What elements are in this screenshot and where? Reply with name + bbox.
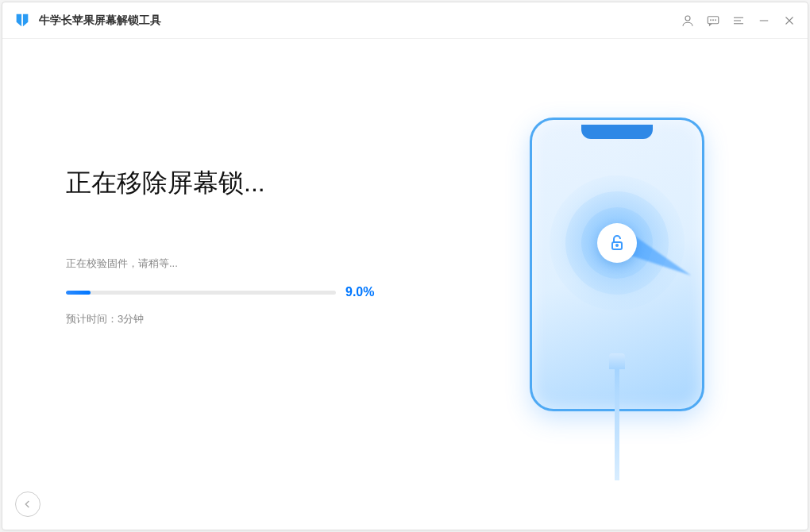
titlebar-controls xyxy=(681,13,796,28)
svg-point-2 xyxy=(711,19,712,20)
menu-icon[interactable] xyxy=(731,13,746,28)
back-button[interactable] xyxy=(15,492,40,517)
phone-illustration xyxy=(498,102,720,483)
illustration-pane xyxy=(458,71,760,514)
phone-cable xyxy=(609,353,625,480)
unlock-icon xyxy=(597,223,637,263)
user-icon[interactable] xyxy=(681,13,695,28)
app-window: 牛学长苹果屏幕解锁工具 正在移除屏幕锁... 正在校验固件，请稍等... xyxy=(2,2,808,530)
phone-notch xyxy=(581,125,653,139)
progress-percent-label: 9.0% xyxy=(345,285,374,299)
app-title: 牛学长苹果屏幕解锁工具 xyxy=(39,13,161,28)
progress-row: 9.0% xyxy=(66,285,458,299)
estimated-time: 预计时间：3分钟 xyxy=(66,312,458,326)
svg-point-3 xyxy=(713,19,714,20)
progress-fill xyxy=(66,291,91,295)
progress-pane: 正在移除屏幕锁... 正在校验固件，请稍等... 9.0% 预计时间：3分钟 xyxy=(50,71,458,514)
main-content: 正在移除屏幕锁... 正在校验固件，请稍等... 9.0% 预计时间：3分钟 xyxy=(2,39,808,530)
footer xyxy=(15,492,40,517)
svg-point-0 xyxy=(685,16,690,21)
minimize-button[interactable] xyxy=(757,13,771,28)
page-heading: 正在移除屏幕锁... xyxy=(66,166,458,201)
progress-bar xyxy=(66,291,336,295)
phone-frame xyxy=(530,118,704,411)
feedback-icon[interactable] xyxy=(706,13,720,28)
app-logo-icon xyxy=(14,12,31,29)
cable-connector xyxy=(609,353,625,369)
status-text: 正在校验固件，请稍等... xyxy=(66,256,458,271)
svg-point-12 xyxy=(616,245,618,246)
svg-point-4 xyxy=(716,19,716,20)
close-button[interactable] xyxy=(782,13,796,28)
titlebar: 牛学长苹果屏幕解锁工具 xyxy=(2,2,808,39)
cable-body xyxy=(615,369,619,480)
